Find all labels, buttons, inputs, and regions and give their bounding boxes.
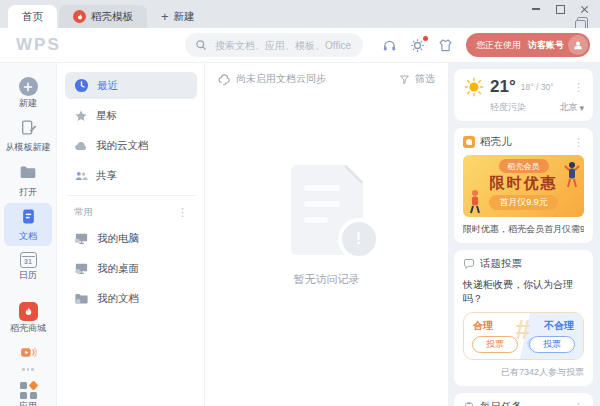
temp-range: 18° / 30°: [521, 82, 554, 92]
maximize-icon: [556, 5, 565, 14]
sidebar-item-promo[interactable]: [4, 339, 52, 376]
skin-shirt-icon[interactable]: [438, 38, 453, 53]
clipboard-icon: [463, 401, 475, 406]
vote-option-right: 不合理: [544, 319, 574, 333]
new-plus-icon: [19, 77, 38, 96]
tab-docer-templates[interactable]: 稻壳模板: [59, 5, 147, 28]
weather-more-icon[interactable]: ⋮: [573, 82, 584, 93]
empty-state: ! 暂无访问记录: [206, 165, 447, 287]
search-icon: [195, 39, 207, 51]
main-area: 尚未启用文档云同步 筛选 ! 暂无访问记录: [206, 63, 447, 406]
maximize-button[interactable]: [548, 0, 572, 18]
new-tab-button[interactable]: + 新建: [147, 5, 209, 28]
nav-item-shared[interactable]: 共享: [65, 162, 197, 189]
nav-item-my-documents[interactable]: 我的文档: [65, 285, 197, 312]
vote-button-left[interactable]: 投票: [472, 336, 518, 353]
docer-more-icon[interactable]: ⋮: [573, 137, 584, 148]
air-quality: 轻度污染: [490, 101, 526, 114]
nav-column: 最近 星标 我的云文档 共享 常用 ⋮: [58, 63, 205, 406]
nav-item-recent[interactable]: 最近: [65, 72, 197, 99]
account-prefix: 您正在使用: [476, 39, 521, 52]
caret-down-icon: ▾: [579, 103, 584, 113]
promo-megaphone-icon: [19, 344, 38, 365]
frequent-section-header: 常用 ⋮: [65, 202, 197, 225]
city-selector[interactable]: 北京 ▾: [559, 101, 584, 114]
vote-participants: 已有7342人参与投票: [463, 366, 584, 379]
tasks-title: 每日任务: [480, 400, 522, 406]
promo-banner[interactable]: 稻壳会员 限时优惠 首月仅9.9元: [463, 155, 584, 217]
cloud-sync-notice[interactable]: 尚未启用文档云同步: [218, 72, 326, 86]
titlebar: 首页 稻壳模板 + 新建: [0, 0, 600, 28]
nav-item-my-computer[interactable]: 我的电脑: [65, 225, 197, 252]
computer-icon: [74, 231, 89, 246]
account-name: 访客账号: [528, 39, 564, 52]
wps-home-window: 首页 稻壳模板 + 新建 WPS: [0, 0, 600, 406]
folder-icon: [19, 163, 37, 185]
toolbar: WPS 您正在使用 访客账号: [0, 28, 600, 63]
left-rail: 新建 从模板新建 打开 文档 31 日历: [0, 63, 57, 406]
settings-gear-icon[interactable]: [410, 38, 425, 53]
vote-title: 话题投票: [480, 257, 522, 271]
right-panel: 21° 18° / 30° ⋮ 轻度污染 北京 ▾ 稻壳儿 ⋮ 稻壳会员 限时优…: [448, 63, 600, 406]
sidebar-item-open[interactable]: 打开: [4, 158, 52, 202]
wps-logo: WPS: [16, 35, 61, 55]
docer-mall-flame-icon: [19, 302, 38, 321]
filter-funnel-icon: [399, 74, 410, 85]
support-headset-icon[interactable]: [382, 38, 397, 53]
guest-account-pill[interactable]: 您正在使用 访客账号: [466, 33, 590, 57]
vote-button-right[interactable]: 投票: [529, 336, 575, 353]
sidebar-item-new-from-template[interactable]: 从模板新建: [4, 114, 52, 157]
temperature: 21°: [490, 77, 516, 97]
exclamation-badge: !: [338, 218, 380, 260]
apps-grid-icon: [20, 382, 37, 399]
nav-divider: [67, 195, 195, 196]
person-left-illustration: [467, 189, 483, 215]
notification-dot: [423, 36, 428, 41]
tasks-more-icon[interactable]: ⋮: [573, 402, 584, 406]
sidebar-item-calendar[interactable]: 31 日历: [4, 247, 52, 285]
sidebar-item-apps[interactable]: 应用: [4, 377, 52, 406]
docer-logo-icon: [463, 136, 475, 148]
calendar-icon: 31: [20, 252, 37, 268]
template-pen-icon: [20, 119, 37, 140]
sidebar-item-new[interactable]: 新建: [4, 72, 52, 113]
weather-card[interactable]: 21° 18° / 30° ⋮ 轻度污染 北京 ▾: [454, 69, 593, 121]
vote-question: 快递柜收费，你认为合理吗？: [463, 278, 584, 306]
docer-flame-icon: [73, 10, 86, 23]
minimize-icon: [532, 8, 540, 10]
toolbar-icons: 您正在使用 访客账号: [382, 32, 590, 58]
document-icon: [20, 208, 37, 229]
banner-caption: 限时优惠，稻壳会员首月仅需9.9元！: [463, 223, 584, 236]
new-tab-label: 新建: [174, 10, 195, 24]
minimize-button[interactable]: [524, 0, 548, 18]
vote-card: 话题投票 快递柜收费，你认为合理吗？ # ••• 合理 不合理 投票 投票 已有…: [454, 250, 593, 386]
filter-button[interactable]: 筛选: [399, 72, 435, 86]
more-icon[interactable]: ⋮: [177, 207, 188, 218]
tab-docer-label: 稻壳模板: [91, 10, 133, 24]
docer-card: 稻壳儿 ⋮ 稻壳会员 限时优惠 首月仅9.9元 限时优惠，稻壳会员首月仅需9.9…: [454, 128, 593, 243]
nav-item-starred[interactable]: 星标: [65, 102, 197, 129]
nav-item-cloud-docs[interactable]: 我的云文档: [65, 132, 197, 159]
desktop-icon: [74, 261, 89, 276]
close-icon: [580, 5, 589, 14]
sidebar-item-docer-mall[interactable]: 稻壳商城: [4, 297, 52, 338]
member-badge: 稻壳会员: [499, 159, 549, 173]
search-bar[interactable]: [185, 33, 363, 57]
window-controls: [524, 0, 596, 18]
tab-home-label: 首页: [22, 10, 43, 24]
nav-item-my-desktop[interactable]: 我的桌面: [65, 255, 197, 282]
clock-icon: [74, 78, 89, 93]
sun-icon: [463, 76, 485, 98]
page-fold: [345, 165, 363, 183]
vote-box: # ••• 合理 不合理 投票 投票: [463, 312, 584, 360]
avatar: [568, 35, 588, 55]
docer-title: 稻壳儿: [480, 135, 512, 149]
people-icon: [74, 169, 88, 183]
search-input[interactable]: [213, 39, 353, 52]
daily-tasks-card: 每日任务 ⋮: [454, 393, 593, 406]
star-icon: [74, 109, 88, 123]
sidebar-item-docs[interactable]: 文档: [4, 203, 52, 246]
tab-home[interactable]: 首页: [8, 5, 57, 28]
empty-state-text: 暂无访问记录: [294, 272, 360, 287]
close-button[interactable]: [572, 0, 596, 18]
